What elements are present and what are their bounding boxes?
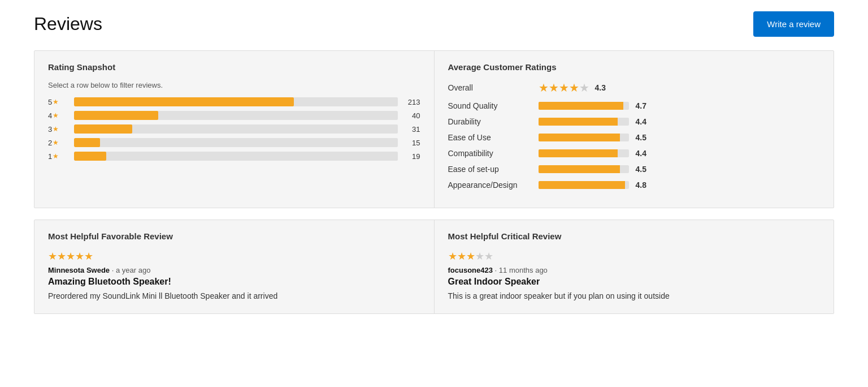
- star-icon: ★: [466, 250, 475, 263]
- bar-fill-4: [74, 111, 158, 120]
- star-icon: ★: [579, 81, 589, 94]
- star-icon: ★: [539, 81, 549, 94]
- star-icon: ★: [484, 250, 493, 263]
- filter-hint: Select a row below to filter reviews.: [48, 81, 420, 89]
- avg-row-sound-quality: Sound Quality 4.7: [448, 101, 821, 110]
- avg-bar-fill: [539, 102, 623, 110]
- favorable-review-title: Amazing Bluetooth Speaker!: [48, 277, 420, 287]
- overall-score: 4.3: [595, 83, 606, 92]
- avg-row-ease-of-set-up: Ease of set-up 4.5: [448, 165, 821, 174]
- rating-snapshot-panel: Rating Snapshot Select a row below to fi…: [34, 51, 435, 208]
- helpful-reviews-panels: Most Helpful Favorable Review ★★★★★ Minn…: [34, 220, 834, 314]
- favorable-review-panel: Most Helpful Favorable Review ★★★★★ Minn…: [34, 220, 435, 313]
- rating-row-3[interactable]: 3★ 31: [48, 124, 420, 134]
- avg-category-label: Ease of Use: [448, 133, 539, 142]
- star-icon: ★: [475, 250, 484, 263]
- avg-row-compatibility: Compatibility 4.4: [448, 149, 821, 158]
- avg-ratings-panel: Average Customer Ratings Overall ★★★★★ 4…: [435, 51, 834, 208]
- avg-category-score: 4.8: [636, 180, 646, 190]
- star-icon: ★: [448, 250, 457, 263]
- avg-category-label: Compatibility: [448, 149, 539, 158]
- star-icon-2: ★: [53, 139, 59, 147]
- star-icon: ★: [549, 81, 559, 94]
- bar-track-2: [74, 138, 398, 147]
- avg-bar-track: [539, 149, 629, 157]
- star-icon: ★: [457, 250, 466, 263]
- rating-bars: 5★ 213 4★ 40 3★ 31 2★: [48, 97, 420, 161]
- avg-bar-fill: [539, 149, 618, 157]
- favorable-reviewer-info: Minnesota Swede · a year ago: [48, 266, 420, 274]
- star-icon: ★: [48, 250, 57, 263]
- critical-reviewer-info: focusone423 · 11 months ago: [448, 266, 821, 274]
- star-icon: ★: [75, 250, 84, 263]
- avg-bar-track: [539, 118, 629, 126]
- bar-count-1: 19: [403, 152, 420, 161]
- overall-label: Overall: [448, 83, 539, 92]
- avg-category-score: 4.4: [636, 117, 646, 126]
- avg-bar-track: [539, 181, 629, 189]
- rating-row-1[interactable]: 1★ 19: [48, 152, 420, 161]
- avg-category-score: 4.4: [636, 149, 646, 158]
- rating-row-2[interactable]: 2★ 15: [48, 138, 420, 147]
- star-icon: ★: [57, 250, 66, 263]
- bar-fill-2: [74, 138, 100, 147]
- star-label-2: 2★: [48, 139, 68, 147]
- star-label-4: 4★: [48, 111, 68, 120]
- rating-row-5[interactable]: 5★ 213: [48, 97, 420, 106]
- critical-reviewer-name: focusone423: [448, 266, 493, 274]
- critical-separator: ·: [495, 266, 499, 274]
- bar-count-2: 15: [403, 139, 420, 147]
- star-label-5: 5★: [48, 98, 68, 106]
- bar-count-3: 31: [403, 125, 420, 134]
- rating-row-4[interactable]: 4★ 40: [48, 111, 420, 120]
- favorable-panel-title: Most Helpful Favorable Review: [48, 231, 420, 241]
- favorable-separator: ·: [112, 266, 116, 274]
- avg-category-score: 4.5: [636, 133, 646, 142]
- star-icon: ★: [66, 250, 75, 263]
- bar-count-4: 40: [403, 111, 420, 120]
- avg-category-label: Durability: [448, 117, 539, 126]
- star-label-1: 1★: [48, 152, 68, 161]
- star-icon-4: ★: [53, 111, 59, 119]
- avg-bar-track: [539, 102, 629, 110]
- favorable-reviewer-name: Minnesota Swede: [48, 266, 110, 274]
- favorable-time: a year ago: [116, 266, 150, 274]
- critical-review-text: This is a great indoor speaker but if yo…: [448, 290, 821, 302]
- star-label-3: 3★: [48, 125, 68, 134]
- avg-row-durability: Durability 4.4: [448, 117, 821, 126]
- avg-bar-fill: [539, 181, 626, 189]
- avg-bar-fill: [539, 165, 620, 173]
- avg-bar-fill: [539, 118, 618, 126]
- critical-review-title: Great Indoor Speaker: [448, 277, 821, 287]
- critical-review-panel: Most Helpful Critical Review ★★★★★ focus…: [435, 220, 834, 313]
- bar-fill-5: [74, 97, 294, 106]
- bar-count-5: 213: [403, 98, 420, 106]
- avg-bar-fill: [539, 134, 620, 141]
- favorable-review-text: Preordered my SoundLink Mini ll Bluetoot…: [48, 290, 420, 302]
- avg-category-label: Appearance/Design: [448, 180, 539, 190]
- star-icon-5: ★: [53, 98, 59, 106]
- star-icon: ★: [559, 81, 569, 94]
- star-icon: ★: [569, 81, 579, 94]
- avg-row-ease-of-use: Ease of Use 4.5: [448, 133, 821, 142]
- bar-track-1: [74, 152, 398, 161]
- critical-panel-title: Most Helpful Critical Review: [448, 231, 821, 241]
- star-icon-1: ★: [53, 152, 59, 160]
- ratings-panels: Rating Snapshot Select a row below to fi…: [34, 50, 834, 208]
- avg-ratings-title: Average Customer Ratings: [448, 62, 821, 72]
- critical-time: 11 months ago: [499, 266, 548, 274]
- avg-category-score: 4.5: [636, 165, 646, 174]
- bar-track-3: [74, 124, 398, 134]
- favorable-stars: ★★★★★: [48, 250, 420, 263]
- rating-snapshot-title: Rating Snapshot: [48, 62, 420, 72]
- avg-category-rows: Sound Quality 4.7 Durability 4.4 Ease of…: [448, 101, 821, 190]
- bar-fill-1: [74, 152, 106, 161]
- overall-stars: ★★★★★: [539, 81, 589, 94]
- critical-stars: ★★★★★: [448, 250, 821, 263]
- write-review-button[interactable]: Write a review: [753, 11, 834, 37]
- avg-bar-track: [539, 134, 629, 141]
- overall-rating-row: Overall ★★★★★ 4.3: [448, 81, 821, 94]
- star-icon: ★: [84, 250, 93, 263]
- avg-row-appearance/design: Appearance/Design 4.8: [448, 180, 821, 190]
- avg-category-score: 4.7: [636, 101, 646, 110]
